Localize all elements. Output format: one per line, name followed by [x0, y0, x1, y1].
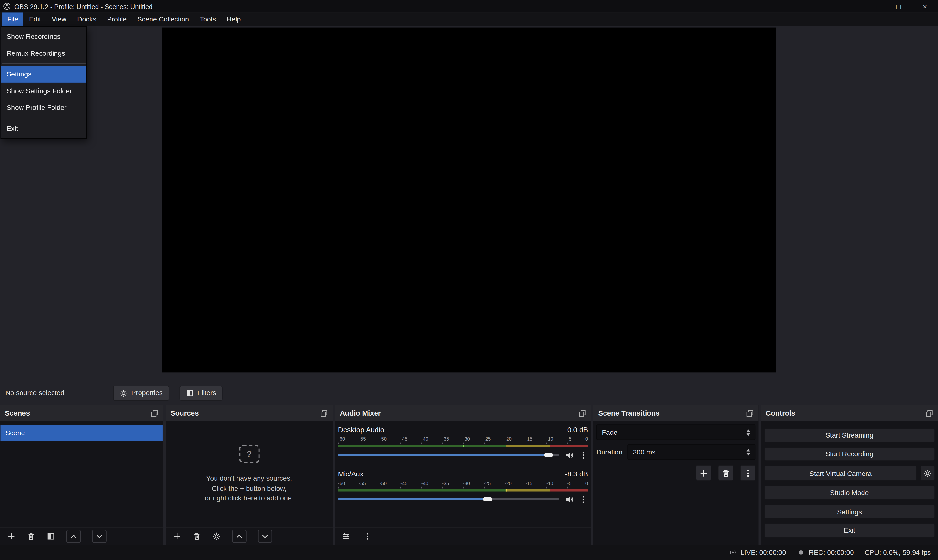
close-button[interactable]: ×	[912, 0, 938, 12]
menu-item-exit[interactable]: Exit	[1, 120, 86, 137]
rec-time: REC: 00:00:00	[809, 549, 854, 556]
menu-view[interactable]: View	[47, 12, 71, 26]
scenes-body: Scene	[0, 421, 163, 545]
popout-icon[interactable]	[926, 409, 933, 417]
db-tick: -25	[484, 437, 491, 442]
sources-body[interactable]: ? You don't have any sources. Click the …	[166, 421, 333, 545]
tick-ruler	[338, 487, 588, 488]
remove-transition-button[interactable]	[718, 465, 733, 481]
db-tick: -45	[400, 481, 407, 486]
scene-list-item[interactable]: Scene	[0, 425, 162, 441]
broadcast-icon	[729, 549, 737, 557]
preview-canvas[interactable]	[162, 28, 776, 373]
maximize-button[interactable]: □	[886, 0, 912, 12]
popout-icon[interactable]	[746, 409, 754, 417]
record-dot-icon	[797, 549, 805, 557]
window-title: OBS 29.1.2 - Profile: Untitled - Scenes:…	[14, 3, 153, 10]
controls-header: Controls	[761, 405, 938, 421]
advanced-audio-button[interactable]	[342, 532, 350, 540]
move-source-up-button[interactable]	[232, 529, 246, 543]
db-tick: -5	[567, 437, 571, 442]
mute-button[interactable]	[565, 495, 574, 504]
start-virtual-camera-button[interactable]: Start Virtual Camera	[764, 466, 917, 481]
spin-down-icon[interactable]	[747, 453, 750, 455]
menu-item-show-recordings[interactable]: Show Recordings	[1, 28, 86, 45]
menu-item-settings[interactable]: Settings	[1, 65, 86, 82]
mixer-channel-mic-aux: Mic/Aux -8.3 dB -60-55-50-45-40-35-30-25…	[338, 469, 588, 505]
audio-mixer-header: Audio Mixer	[335, 405, 591, 421]
popout-icon[interactable]	[151, 409, 159, 417]
source-properties-button[interactable]	[213, 532, 221, 540]
scenes-panel: Scenes Scene	[0, 405, 163, 545]
start-recording-button[interactable]: Start Recording	[764, 447, 935, 461]
db-tick: -40	[421, 437, 428, 442]
scene-list: Scene	[0, 421, 163, 441]
cpu-fps-text: CPU: 0.0%, 59.94 fps	[865, 549, 931, 556]
channel-options-button[interactable]	[579, 495, 588, 504]
menu-docks[interactable]: Docks	[72, 12, 101, 26]
start-streaming-button[interactable]: Start Streaming	[764, 428, 935, 442]
popout-icon[interactable]	[579, 409, 587, 417]
volume-slider[interactable]	[338, 495, 559, 503]
sources-panel: Sources ? You don't have any sources. Cl…	[166, 405, 333, 545]
settings-button[interactable]: Settings	[764, 505, 935, 519]
move-scene-down-button[interactable]	[92, 529, 106, 543]
mixer-channel-desktop-audio: Desktop Audio 0.0 dB -60-55-50-45-40-35-…	[338, 425, 588, 461]
mute-button[interactable]	[565, 451, 574, 460]
menu-profile[interactable]: Profile	[102, 12, 131, 26]
source-status-text: No source selected	[5, 389, 64, 396]
add-source-button[interactable]	[173, 532, 181, 540]
move-source-down-button[interactable]	[258, 529, 272, 543]
popout-icon[interactable]	[320, 409, 328, 417]
minimize-button[interactable]: –	[859, 0, 886, 12]
volume-slider[interactable]	[338, 451, 559, 459]
filters-button[interactable]: Filters	[179, 385, 223, 400]
db-tick: -50	[380, 437, 387, 442]
titlebar: OBS 29.1.2 - Profile: Untitled - Scenes:…	[0, 0, 938, 12]
duration-spinbox[interactable]: 300 ms	[627, 444, 755, 460]
kebab-icon	[579, 495, 588, 504]
transition-options-button[interactable]	[740, 465, 756, 481]
properties-button[interactable]: Properties	[113, 385, 169, 400]
menu-tools[interactable]: Tools	[195, 12, 221, 26]
db-tick: -30	[463, 481, 470, 486]
kebab-icon	[579, 451, 588, 460]
speaker-icon	[565, 495, 574, 504]
move-scene-up-button[interactable]	[66, 529, 81, 543]
transition-select[interactable]: Fade	[596, 425, 755, 440]
filter-icon	[186, 389, 194, 397]
channel-header: Desktop Audio 0.0 dB	[338, 425, 588, 435]
exit-button[interactable]: Exit	[764, 523, 935, 537]
channel-options-button[interactable]	[579, 451, 588, 460]
studio-mode-button[interactable]: Studio Mode	[764, 486, 935, 500]
menu-scene-collection[interactable]: Scene Collection	[132, 12, 194, 26]
db-scale: -60-55-50-45-40-35-30-25-20-15-10-50	[338, 437, 588, 442]
menu-item-show-profile-folder[interactable]: Show Profile Folder	[1, 99, 86, 116]
sources-empty-text: You don't have any sources. Click the + …	[166, 474, 333, 503]
menu-item-show-settings-folder[interactable]: Show Settings Folder	[1, 82, 86, 99]
slider-handle[interactable]	[483, 497, 492, 502]
volume-row	[338, 449, 588, 461]
remove-source-button[interactable]	[193, 532, 201, 540]
spin-up-icon[interactable]	[747, 429, 750, 432]
menu-item-remux-recordings[interactable]: Remux Recordings	[1, 45, 86, 61]
scene-filters-button[interactable]	[47, 532, 55, 540]
gear-icon	[120, 389, 128, 397]
remove-scene-button[interactable]	[27, 532, 35, 540]
add-transition-button[interactable]	[696, 465, 711, 481]
mixer-options-button[interactable]	[363, 532, 371, 540]
live-time: LIVE: 00:00:00	[741, 549, 786, 556]
sources-title: Sources	[171, 409, 199, 417]
slider-handle[interactable]	[544, 453, 553, 457]
speaker-icon	[565, 451, 574, 460]
spin-up-icon[interactable]	[747, 449, 750, 451]
add-scene-button[interactable]	[7, 532, 15, 540]
file-menu: Show Recordings Remux Recordings Setting…	[0, 26, 87, 138]
virtual-camera-config-button[interactable]	[920, 466, 935, 481]
spin-down-icon[interactable]	[747, 433, 750, 436]
menu-help[interactable]: Help	[222, 12, 246, 26]
plus-icon	[7, 532, 15, 540]
channel-actions	[565, 451, 588, 460]
menu-edit[interactable]: Edit	[24, 12, 46, 26]
menu-file[interactable]: File	[2, 12, 23, 26]
